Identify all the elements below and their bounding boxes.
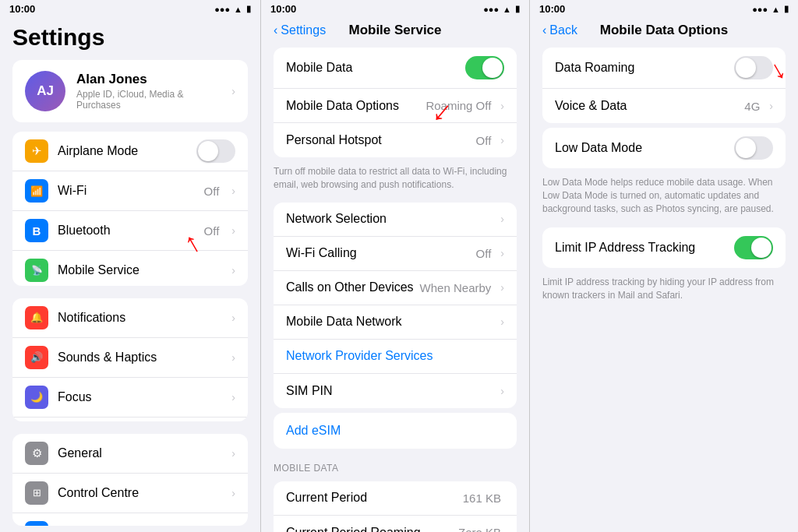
wifi-label: Wi-Fi: [58, 184, 195, 198]
back-button-settings[interactable]: ‹ Settings: [274, 23, 326, 37]
sounds-label: Sounds & Haptics: [58, 351, 222, 365]
notifications-label: Notifications: [58, 311, 222, 325]
control-centre-chevron: ›: [231, 487, 235, 499]
mobile-data-options-row[interactable]: Mobile Data Options Roaming Off ›: [274, 89, 517, 123]
sounds-icon-box: 🔊: [25, 346, 48, 369]
status-bar-2: 10:00 ●●● ▲ ▮: [261, 0, 529, 18]
limit-ip-card: Limit IP Address Tracking: [542, 227, 786, 268]
sim-pin-label: SIM PIN: [286, 384, 494, 398]
mobile-data-row[interactable]: Mobile Data: [274, 48, 517, 89]
back-label-mobile-service: Back: [549, 23, 577, 37]
low-data-mode-toggle[interactable]: [734, 136, 773, 160]
data-roaming-label: Data Roaming: [555, 61, 728, 75]
mobile-data-section-label: MOBILE DATA: [261, 453, 529, 477]
wifi-icon-box: 📶: [25, 179, 48, 203]
voice-data-label: Voice & Data: [555, 99, 738, 113]
connectivity-group: ✈ Airplane Mode 📶 Wi-Fi Off › B: [12, 132, 248, 286]
low-data-card: Low Data Mode: [542, 128, 786, 168]
personal-hotspot-value: Off: [476, 134, 492, 147]
general-label: General: [58, 446, 222, 460]
sim-pin-row[interactable]: SIM PIN ›: [274, 374, 517, 408]
profile-subtitle: Apple ID, iCloud, Media & Purchases: [76, 89, 221, 111]
limit-ip-toggle[interactable]: [734, 236, 773, 259]
notifications-icon-box: 🔔: [25, 306, 48, 329]
limit-ip-label: Limit IP Address Tracking: [555, 241, 728, 255]
status-icons-3: ●●● ▲ ▮: [752, 4, 789, 14]
sidebar-item-airplane-mode[interactable]: ✈ Airplane Mode: [12, 132, 248, 171]
mobile-data-options-nav: ‹ Back Mobile Data Options: [530, 18, 798, 43]
wifi-calling-row[interactable]: Wi-Fi Calling Off ›: [274, 237, 517, 271]
mobile-data-options-panel: 10:00 ●●● ▲ ▮ ‹ Back Mobile Data Options…: [530, 0, 798, 532]
current-period-row: Current Period 161 KB: [274, 481, 517, 516]
current-period-value: 161 KB: [463, 491, 501, 505]
voice-data-row[interactable]: Voice & Data 4G ›: [542, 89, 786, 123]
airplane-mode-toggle[interactable]: [196, 139, 235, 163]
battery-icon-2: ▮: [515, 4, 520, 14]
sidebar-item-sounds[interactable]: 🔊 Sounds & Haptics ›: [12, 338, 248, 378]
sidebar-item-bluetooth[interactable]: B Bluetooth Off ›: [12, 211, 248, 251]
focus-chevron: ›: [231, 391, 235, 403]
mobile-data-options-value: Roaming Off: [425, 99, 491, 112]
wifi-icon-2: ▲: [503, 5, 511, 14]
time-3: 10:00: [539, 3, 565, 15]
sidebar-item-control-centre[interactable]: ⊞ Control Centre ›: [12, 474, 248, 513]
profile-card[interactable]: AJ Alan Jones Apple ID, iCloud, Media & …: [12, 60, 248, 122]
sidebar-item-focus[interactable]: 🌙 Focus ›: [12, 378, 248, 417]
low-data-mode-thumb: [736, 138, 756, 158]
data-roaming-toggle[interactable]: [734, 56, 773, 79]
mobile-service-chevron: ›: [231, 264, 235, 277]
network-provider-row[interactable]: Network Provider Services: [274, 340, 517, 374]
mobile-service-nav: ‹ Settings Mobile Service: [261, 18, 529, 43]
limit-ip-description: Limit IP address tracking by hiding your…: [530, 273, 798, 310]
roaming-card: Data Roaming Voice & Data 4G ›: [542, 48, 786, 123]
back-button-mobile-service[interactable]: ‹ Back: [542, 23, 577, 37]
sounds-chevron: ›: [231, 351, 235, 364]
sidebar-item-display[interactable]: ☀ Display & Brightness ›: [12, 513, 248, 526]
limit-ip-row[interactable]: Limit IP Address Tracking: [542, 227, 786, 268]
sidebar-item-wifi[interactable]: 📶 Wi-Fi Off ›: [12, 171, 248, 211]
back-chevron-icon: ‹: [274, 23, 277, 37]
network-card: Network Selection › Wi-Fi Calling Off › …: [274, 203, 517, 408]
low-data-mode-row[interactable]: Low Data Mode: [542, 128, 786, 168]
avatar: AJ: [25, 71, 65, 111]
data-roaming-row[interactable]: Data Roaming: [542, 48, 786, 89]
back-chevron-icon-2: ‹: [542, 23, 546, 37]
mobile-data-options-scroll: Data Roaming Voice & Data 4G › Low Data …: [530, 43, 798, 532]
current-period-roaming-value: Zero KB: [458, 526, 501, 532]
mobile-data-network-label: Mobile Data Network: [286, 315, 494, 329]
network-selection-chevron: ›: [500, 213, 504, 225]
battery-icon-3: ▮: [784, 4, 789, 14]
bluetooth-icon-box: B: [25, 219, 48, 242]
mobile-data-toggle[interactable]: [465, 56, 504, 79]
personal-hotspot-row[interactable]: Personal Hotspot Off ›: [274, 123, 517, 157]
wifi-value: Off: [204, 185, 220, 198]
calls-other-devices-chevron: ›: [500, 281, 504, 294]
mobile-data-options-label: Mobile Data Options: [286, 99, 419, 113]
mobile-service-panel: 10:00 ●●● ▲ ▮ ‹ Settings Mobile Service …: [261, 0, 530, 532]
mobile-service-label: Mobile Service: [58, 263, 222, 277]
add-esim-card[interactable]: Add eSIM: [274, 413, 517, 449]
data-usage-card: Current Period 161 KB Current Period Roa…: [274, 481, 517, 532]
mobile-service-title: Mobile Service: [348, 23, 441, 38]
wifi-icon-3: ▲: [772, 5, 780, 14]
sidebar-item-screen-time[interactable]: ⏱ Screen Time ›: [12, 417, 248, 421]
settings-panel: 10:00 ●●● ▲ ▮ Settings AJ Alan Jones App…: [0, 0, 261, 532]
sidebar-item-notifications[interactable]: 🔔 Notifications ›: [12, 298, 248, 338]
mobile-data-toggle-thumb: [482, 58, 503, 78]
control-centre-label: Control Centre: [58, 486, 222, 500]
focus-label: Focus: [58, 390, 222, 404]
time-2: 10:00: [270, 3, 296, 15]
mobile-service-scroll: Mobile Data Mobile Data Options Roaming …: [261, 43, 529, 532]
voice-data-chevron: ›: [769, 100, 773, 112]
current-period-roaming-row: Current Period Roaming Zero KB: [274, 516, 517, 532]
wifi-icon: ▲: [234, 5, 242, 14]
mobile-data-network-row[interactable]: Mobile Data Network ›: [274, 305, 517, 340]
mobile-data-card: Mobile Data Mobile Data Options Roaming …: [274, 48, 517, 157]
current-period-roaming-label: Current Period Roaming: [286, 526, 452, 532]
bluetooth-label: Bluetooth: [58, 224, 195, 238]
calls-other-devices-row[interactable]: Calls on Other Devices When Nearby ›: [274, 271, 517, 305]
network-selection-row[interactable]: Network Selection ›: [274, 203, 517, 237]
sidebar-item-general[interactable]: ⚙ General ›: [12, 434, 248, 474]
sidebar-item-mobile-service[interactable]: 📡 Mobile Service ›: [12, 251, 248, 286]
status-bar-1: 10:00 ●●● ▲ ▮: [0, 0, 260, 18]
